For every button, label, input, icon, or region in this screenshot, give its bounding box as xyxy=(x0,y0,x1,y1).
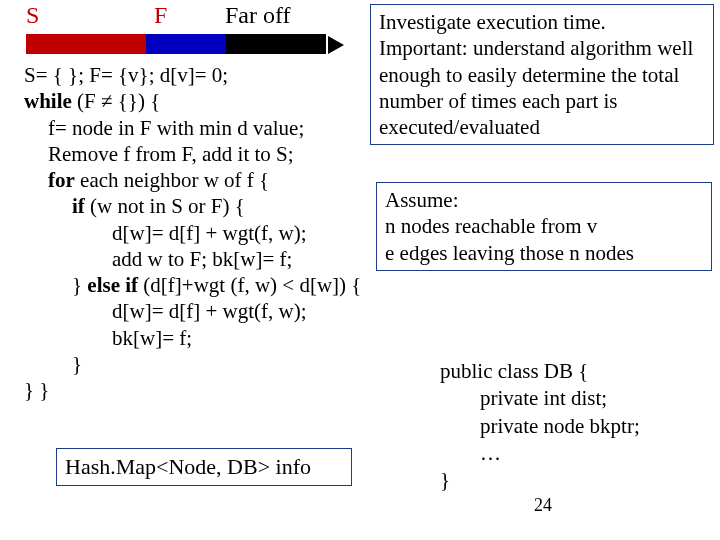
code-line: public class DB { xyxy=(440,358,710,385)
code-line: (F ≠ {}) { xyxy=(72,89,160,113)
note-assumptions: Assume: n nodes reachable from v e edges… xyxy=(376,182,712,271)
kw-for: for xyxy=(48,168,75,192)
note-text: Important: understand algorithm well eno… xyxy=(379,35,705,140)
code-line: add w to F; bk[w]= f; xyxy=(24,246,424,272)
label-s: S xyxy=(26,2,39,29)
label-f: F xyxy=(154,2,167,29)
code-line: S= { }; F= {v}; d[v]= 0; xyxy=(24,63,228,87)
note-text: Investigate execution time. xyxy=(379,9,705,35)
code-line: … xyxy=(440,440,710,467)
note-text: Hash.Map<Node, DB> info xyxy=(65,454,311,479)
kw-if: if xyxy=(72,194,85,218)
bar-settled xyxy=(26,34,146,54)
note-text: e edges leaving those n nodes xyxy=(385,240,703,266)
code-line: f= node in F with min d value; xyxy=(24,115,424,141)
color-bar xyxy=(26,34,326,54)
bar-faroff xyxy=(226,34,326,54)
code-line: private int dist; xyxy=(440,385,710,412)
arrow-icon xyxy=(328,36,344,54)
note-hashmap: Hash.Map<Node, DB> info xyxy=(56,448,352,486)
class-db-snippet: public class DB { private int dist; priv… xyxy=(440,358,710,494)
code-line: d[w]= d[f] + wgt(f, w); xyxy=(24,220,424,246)
slide-number: 24 xyxy=(534,495,552,516)
code-line: d[w]= d[f] + wgt(f, w); xyxy=(24,298,424,324)
note-text: Assume: xyxy=(385,187,703,213)
code-line: Remove f from F, add it to S; xyxy=(24,141,424,167)
code-line: } } xyxy=(24,377,424,403)
note-text: n nodes reachable from v xyxy=(385,213,703,239)
kw-while: while xyxy=(24,89,72,113)
code-line: } xyxy=(440,467,710,494)
code-line: private node bkptr; xyxy=(440,413,710,440)
kw-elseif: else if xyxy=(87,273,138,297)
code-line: } xyxy=(72,273,87,297)
code-line: } xyxy=(24,351,424,377)
note-execution-time: Investigate execution time. Important: u… xyxy=(370,4,714,145)
label-far-off: Far off xyxy=(225,2,291,29)
code-line: bk[w]= f; xyxy=(24,325,424,351)
code-line: (d[f]+wgt (f, w) < d[w]) { xyxy=(138,273,361,297)
pseudocode-block: S= { }; F= {v}; d[v]= 0; while (F ≠ {}) … xyxy=(24,62,424,403)
bar-frontier xyxy=(146,34,226,54)
code-line: (w not in S or F) { xyxy=(85,194,245,218)
code-line: each neighbor w of f { xyxy=(75,168,269,192)
